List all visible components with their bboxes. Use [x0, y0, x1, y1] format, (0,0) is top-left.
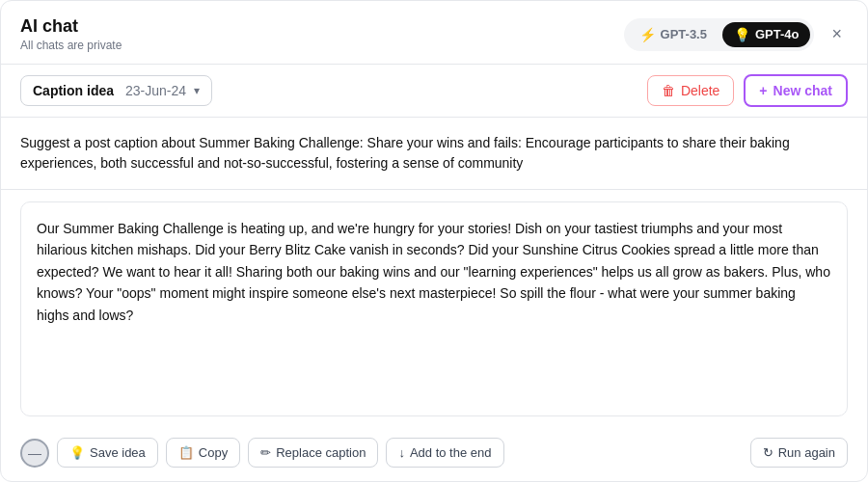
response-text: Our Summer Baking Challenge is heating u…: [37, 221, 830, 323]
new-chat-button[interactable]: + New chat: [744, 74, 848, 107]
gpt40-button[interactable]: 💡 GPT-4o: [722, 22, 811, 47]
copy-icon: 📋: [178, 445, 194, 460]
header-left: AI chat All chats are private: [20, 16, 122, 52]
replace-caption-button[interactable]: ✏ Replace caption: [248, 438, 378, 468]
delete-label: Delete: [681, 83, 719, 98]
avatar: —: [20, 439, 49, 468]
save-idea-label: Save idea: [90, 445, 146, 460]
prompt-area: Suggest a post caption about Summer Baki…: [1, 118, 867, 190]
lightning-icon: ⚡: [639, 27, 656, 42]
delete-button[interactable]: 🗑 Delete: [647, 75, 734, 106]
pencil-icon: ✏: [260, 445, 271, 460]
close-button[interactable]: ×: [826, 22, 848, 46]
copy-label: Copy: [199, 445, 228, 460]
bulb-icon: 💡: [734, 27, 750, 42]
trash-icon: 🗑: [662, 83, 675, 98]
gpt-switcher: ⚡ GPT-3.5 💡 GPT-4o: [624, 18, 815, 51]
toolbar-right: 🗑 Delete + New chat: [647, 74, 848, 107]
gpt35-label: GPT-3.5: [661, 27, 707, 41]
header-right: ⚡ GPT-3.5 💡 GPT-4o ×: [624, 18, 848, 51]
app-title: AI chat: [20, 16, 122, 37]
action-bar: — 💡 Save idea 📋 Copy ✏ Replace caption ↓…: [1, 428, 867, 481]
replace-caption-label: Replace caption: [276, 445, 366, 460]
add-to-end-label: Add to the end: [410, 445, 492, 460]
copy-button[interactable]: 📋 Copy: [166, 438, 240, 468]
chat-selector[interactable]: Caption idea 23-Jun-24 ▾: [20, 75, 212, 106]
save-icon: 💡: [69, 445, 85, 460]
avatar-icon: —: [28, 445, 41, 461]
arrow-down-icon: ↓: [398, 445, 405, 460]
gpt35-button[interactable]: ⚡ GPT-3.5: [628, 22, 719, 47]
toolbar: Caption idea 23-Jun-24 ▾ 🗑 Delete + New …: [1, 65, 867, 118]
chevron-down-icon: ▾: [194, 84, 200, 97]
prompt-text: Suggest a post caption about Summer Baki…: [20, 135, 790, 171]
new-chat-label: New chat: [773, 83, 832, 98]
run-again-button[interactable]: ↻ Run again: [750, 438, 848, 468]
response-area: Our Summer Baking Challenge is heating u…: [20, 201, 848, 416]
add-to-end-button[interactable]: ↓ Add to the end: [386, 438, 503, 468]
run-again-label: Run again: [778, 445, 835, 460]
chat-date: 23-Jun-24: [125, 83, 186, 98]
app-subtitle: All chats are private: [20, 39, 122, 52]
gpt40-label: GPT-4o: [755, 27, 800, 41]
refresh-icon: ↻: [763, 445, 773, 460]
chat-name: Caption idea: [33, 83, 114, 98]
header: AI chat All chats are private ⚡ GPT-3.5 …: [1, 1, 867, 65]
plus-icon: +: [759, 83, 767, 98]
save-idea-button[interactable]: 💡 Save idea: [57, 438, 158, 468]
